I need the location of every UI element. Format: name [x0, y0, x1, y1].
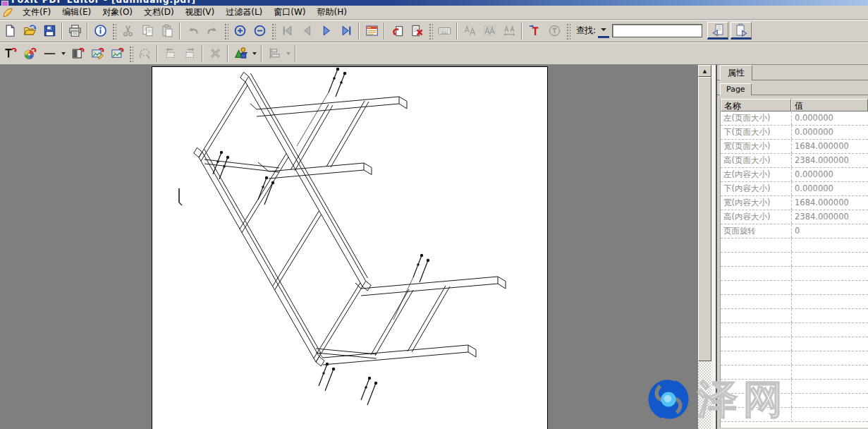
line-tool-button[interactable]	[40, 44, 59, 63]
property-row: 高(页面大小)2384.000000	[721, 154, 868, 168]
property-row-empty	[721, 365, 868, 380]
property-value[interactable]: 0.000000	[791, 168, 868, 181]
gradient-button[interactable]	[68, 44, 87, 63]
keyboard-button	[435, 22, 453, 40]
toolbar-drag-handle[interactable]	[128, 45, 133, 62]
find-input[interactable]	[612, 24, 702, 37]
cut-button	[118, 22, 137, 40]
toolbar-drag-handle[interactable]	[224, 23, 228, 40]
info-button[interactable]	[91, 22, 109, 40]
property-value[interactable]: 0.000000	[791, 182, 868, 195]
paste-button	[158, 22, 176, 40]
property-row-empty	[721, 351, 868, 365]
sel-rotate-left-icon	[164, 47, 177, 60]
find-dropdown-button[interactable]	[598, 23, 609, 38]
tab-page[interactable]: Page	[720, 83, 752, 95]
dropdown-arrow-button[interactable]	[59, 45, 68, 62]
property-value[interactable]: 2384.000000	[791, 154, 868, 167]
property-name: 高(页面大小)	[721, 154, 791, 167]
menu-item-help[interactable]: 帮助(H)	[312, 6, 353, 18]
property-row: 下(内容大小)0.000000	[721, 182, 868, 196]
new-file-icon	[4, 24, 17, 37]
property-value[interactable]: 1684.000000	[791, 196, 868, 210]
text-tool-button[interactable]	[1, 44, 19, 63]
text-import-button[interactable]	[525, 22, 544, 40]
sel-rotate-right-icon	[183, 47, 197, 60]
menu-item-filter[interactable]: 过滤器(L)	[220, 6, 268, 18]
property-row: 下(页面大小)0.000000	[721, 126, 868, 140]
menu-item-object[interactable]: 对象(O)	[97, 6, 138, 18]
chevron-down-icon	[601, 28, 606, 31]
nav-next-button[interactable]	[317, 22, 336, 40]
open-folder-icon	[23, 24, 37, 37]
document-page[interactable]	[152, 66, 548, 429]
sel-rotate-left-button	[161, 44, 179, 63]
property-row: 页面旋转0	[721, 224, 868, 238]
property-row-empty	[721, 238, 868, 253]
print-icon	[68, 24, 82, 37]
property-row: 高(内容大小)2384.000000	[721, 210, 868, 224]
scrollbar-thumb[interactable]	[698, 77, 711, 361]
dropdown-arrow-button[interactable]	[250, 45, 259, 62]
new-file-button[interactable]	[1, 22, 19, 40]
delete-page-button[interactable]	[408, 22, 426, 40]
property-name: 高(内容大小)	[721, 210, 791, 224]
print-button[interactable]	[66, 22, 84, 40]
scroll-up-button[interactable]: ▲	[698, 65, 711, 77]
menu-item-view[interactable]: 视图(V)	[180, 6, 221, 18]
toolbar-separator	[179, 23, 181, 40]
property-value[interactable]: 0	[791, 224, 868, 238]
property-row: 左(内容大小)0.000000	[721, 168, 868, 182]
toolbar-drag-handle[interactable]	[428, 23, 433, 40]
find-previous-button[interactable]	[707, 22, 728, 40]
rotate-page-button[interactable]	[388, 22, 406, 40]
open-folder-button[interactable]	[20, 22, 39, 40]
zoom-out-button[interactable]	[250, 22, 269, 40]
text-cursor-mark	[179, 188, 182, 205]
property-row-empty	[721, 309, 868, 323]
lasso-icon	[138, 47, 152, 60]
shapes-3d-button[interactable]	[231, 44, 250, 63]
property-row: 宽(内容大小)1684.000000	[721, 196, 868, 210]
menu-item-edit[interactable]: 编辑(E)	[56, 6, 97, 18]
panel-title-row: 属性	[717, 65, 868, 80]
property-row-empty	[721, 323, 868, 337]
save-button[interactable]	[40, 22, 59, 40]
property-name: 左(内容大小)	[721, 168, 791, 181]
property-value[interactable]: 2384.000000	[791, 210, 868, 224]
properties-table-header: 名称 值	[721, 99, 868, 111]
nav-next-icon	[320, 24, 334, 37]
menu-item-file[interactable]: 文件(F)	[17, 6, 56, 18]
toolbar-separator	[358, 23, 360, 40]
column-header-value: 值	[791, 99, 868, 111]
find-next-button[interactable]	[731, 22, 752, 40]
chevron-down-icon	[61, 52, 66, 55]
vertical-scrollbar[interactable]: ▲	[698, 65, 711, 429]
toolbar-drag-handle[interactable]	[566, 23, 570, 40]
properties-panel: 属性 Page 名称 值 左(页面大小)0.000000下(页面大小)0.000…	[711, 65, 868, 429]
document-canvas[interactable]	[0, 65, 698, 429]
menu-item-window[interactable]: 窗口(W)	[268, 6, 311, 18]
toolbar-separator	[261, 45, 262, 62]
image-add-button[interactable]	[108, 44, 126, 63]
color-wheel-button[interactable]	[20, 44, 39, 63]
page-layout-button[interactable]	[362, 22, 381, 40]
rotate-page-icon	[391, 24, 404, 37]
chevron-down-icon	[286, 52, 291, 55]
image-edit-button[interactable]	[88, 44, 106, 63]
t-circle-icon	[548, 24, 561, 37]
panel-title-tab[interactable]: 属性	[720, 65, 752, 80]
nav-last-button[interactable]	[337, 22, 355, 40]
property-value[interactable]: 1684.000000	[791, 140, 868, 153]
nav-prev-button	[298, 22, 316, 40]
nav-prev-icon	[300, 24, 314, 37]
menu-item-document[interactable]: 文档(D)	[138, 6, 180, 18]
toolbar-separator	[227, 45, 228, 62]
toolbar-drag-handle[interactable]	[111, 23, 116, 40]
app-pen-icon	[1, 7, 14, 18]
zoom-in-button[interactable]	[231, 22, 249, 40]
toolbar-drag-handle[interactable]	[271, 23, 276, 40]
toolbar-separator	[87, 23, 88, 40]
property-value[interactable]: 0.000000	[791, 111, 868, 125]
property-value[interactable]: 0.000000	[791, 126, 868, 139]
